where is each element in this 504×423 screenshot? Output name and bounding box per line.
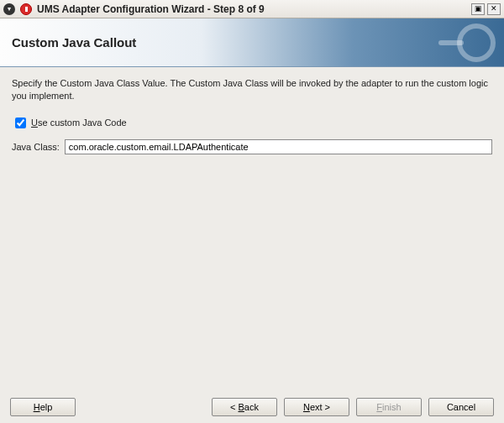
titlebar: ▾ UMS Adapter Configuration Wizard - Ste… [0,0,504,18]
java-class-label: Java Class: [12,142,60,152]
help-button[interactable]: Help [10,398,76,416]
window-controls: ▣ ✕ [471,3,501,15]
window-menu-dropdown-icon[interactable]: ▾ [3,3,15,15]
wizard-banner: Custom Java Callout [0,18,504,67]
java-class-input[interactable] [65,139,492,154]
use-custom-java-label: Use custom Java Code [31,118,127,128]
wizard-button-bar: Help < Back Next > Finish Cancel [0,391,504,423]
back-button[interactable]: < Back [212,398,277,416]
use-custom-java-checkbox-input[interactable] [15,118,26,128]
gear-icon [457,24,496,62]
step-heading: Custom Java Callout [0,35,136,50]
next-button[interactable]: Next > [284,398,349,416]
cancel-button[interactable]: Cancel [428,398,494,416]
maximize-button[interactable]: ▣ [471,3,485,15]
java-class-row: Java Class: [12,139,492,154]
finish-button[interactable]: Finish [356,398,422,416]
use-custom-java-checkbox[interactable]: Use custom Java Code [12,115,492,131]
window-title: UMS Adapter Configuration Wizard - Step … [37,3,471,15]
app-icon [20,3,32,15]
wizard-content: Specify the Custom Java Class Value. The… [0,67,504,391]
step-description: Specify the Custom Java Class Value. The… [12,77,492,103]
close-button[interactable]: ✕ [487,3,501,15]
wizard-window: ▾ UMS Adapter Configuration Wizard - Ste… [0,0,504,423]
